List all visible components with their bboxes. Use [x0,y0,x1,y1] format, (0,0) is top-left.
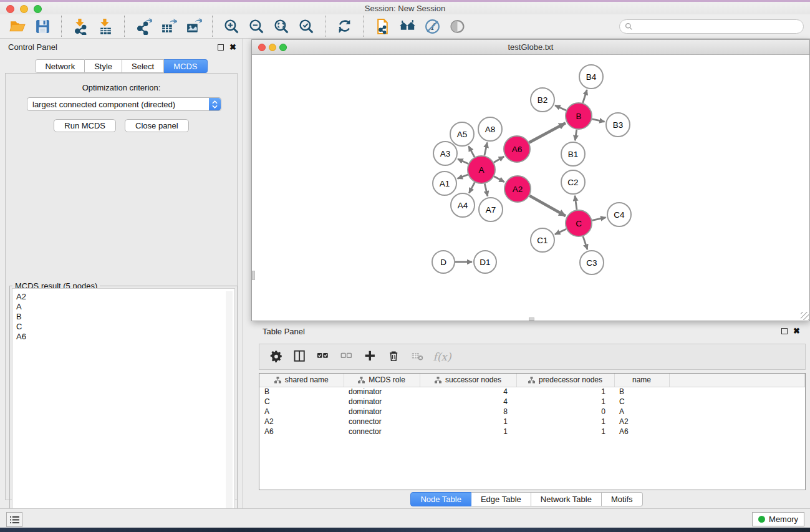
graph-edge-A-A7[interactable] [485,183,488,196]
graph-node-B2[interactable]: B2 [531,88,554,112]
table-cell[interactable]: B [614,387,669,397]
graph-edge-B-B2[interactable] [555,105,566,110]
table-cell[interactable]: 4 [420,397,516,407]
column-header-shared-name[interactable]: shared name [259,374,344,387]
column-settings-button[interactable] [266,347,287,367]
delete-table-button[interactable] [408,347,429,367]
graph-node-A3[interactable]: A3 [433,142,457,165]
table-cell[interactable]: 1 [420,417,516,427]
network-minimize-button[interactable] [269,44,276,51]
graph-node-C3[interactable]: C3 [580,251,604,274]
graph-edge-C-C2[interactable] [575,196,577,210]
create-column-button[interactable] [360,347,382,367]
select-all-checks-button[interactable] [313,347,334,367]
table-cell[interactable]: 1 [516,397,614,407]
graph-node-A8[interactable]: A8 [478,117,502,141]
table-row[interactable]: A2connector11A2 [259,417,805,427]
export-table-button[interactable] [156,16,181,37]
column-header-predecessor-nodes[interactable]: predecessor nodes [516,374,614,387]
network-window-titlebar[interactable]: testGlobe.txt [252,40,809,55]
graph-edge-C-C3[interactable] [583,236,587,249]
task-history-button[interactable] [6,512,22,527]
graph-node-A4[interactable]: A4 [451,193,475,217]
graph-node-C4[interactable]: C4 [607,203,631,226]
search-input[interactable] [636,22,798,31]
graph-node-A6[interactable]: A6 [504,136,530,162]
table-cell[interactable]: A6 [614,427,669,437]
tab-node-table[interactable]: Node Table [410,492,471,506]
table-cell[interactable]: A2 [259,417,344,427]
graph-edge-A-A8[interactable] [485,143,488,156]
table-row[interactable]: Bdominator41B [259,387,805,397]
column-header-name[interactable]: name [614,374,669,387]
graph-node-B3[interactable]: B3 [606,113,630,137]
horizontal-scroll-thumb[interactable] [529,317,534,321]
resize-grip[interactable] [801,312,809,320]
table-cell[interactable]: 1 [516,427,614,437]
table-cell[interactable]: dominator [344,407,420,417]
toggle-details-button[interactable]: f [420,16,445,37]
minimize-window-button[interactable] [20,5,28,13]
graph-edge-A-A2[interactable] [494,177,504,182]
graph-node-D1[interactable]: D1 [474,251,496,273]
graph-node-A[interactable]: A [468,156,495,183]
result-item[interactable]: B [16,312,234,322]
graph-node-C[interactable]: C [566,210,592,236]
result-item[interactable]: A6 [16,332,234,342]
graph-edge-C-C1[interactable] [555,229,566,234]
graph-edge-A-A1[interactable] [458,175,468,178]
tab-edge-table[interactable]: Edge Table [471,492,531,506]
graph-edge-B-B1[interactable] [575,130,577,140]
titlebar[interactable]: Session: New Session [0,2,810,14]
export-network-button[interactable] [131,16,156,37]
result-item[interactable]: C [16,322,234,332]
zoom-fit-button[interactable] [269,16,294,37]
network-view-window[interactable]: testGlobe.txt B4B2BB3B1A5A8A6A3AA1A4A7A2… [251,39,810,321]
table-cell[interactable]: 8 [420,407,516,417]
table-cell[interactable]: A [259,407,344,417]
table-cell[interactable]: C [614,397,669,407]
tab-style[interactable]: Style [85,59,122,73]
graph-node-A5[interactable]: A5 [450,122,474,146]
graph-node-B[interactable]: B [566,103,592,129]
table-cell[interactable]: 4 [420,387,516,397]
table-cell[interactable]: B [259,387,344,397]
table-row[interactable]: A6connector11A6 [259,427,805,437]
close-panel-button[interactable]: Close panel [125,119,189,132]
close-panel-icon[interactable]: ✖ [229,44,236,51]
import-network-button[interactable] [68,16,93,37]
table-row[interactable]: Adominator80A [259,407,805,417]
table-row[interactable]: Cdominator41C [259,397,805,407]
table-cell[interactable]: A [614,407,669,417]
table-float-panel-icon[interactable] [781,328,788,334]
zoom-out-button[interactable] [244,16,269,37]
run-mcds-button[interactable]: Run MCDS [54,119,116,132]
network-canvas[interactable]: B4B2BB3B1A5A8A6A3AA1A4A7A2C2CC4C1C3DD1 [252,56,809,321]
graph-edge-A-A3[interactable] [458,159,468,164]
tab-mcds[interactable]: MCDS [164,59,207,73]
graph-node-A1[interactable]: A1 [433,172,456,195]
zoom-selected-button[interactable] [294,16,319,37]
graph-node-D[interactable]: D [432,251,455,273]
vertical-scroll-thumb[interactable] [252,271,255,280]
criterion-dropdown[interactable]: largest connected component (directed) [27,97,221,111]
tab-select[interactable]: Select [122,59,164,73]
table-cell[interactable]: connector [344,417,420,427]
graph-edge-B-B3[interactable] [592,119,604,122]
graph-node-A7[interactable]: A7 [479,198,503,221]
table-cell[interactable]: A2 [614,417,669,427]
zoom-in-button[interactable] [219,16,244,37]
show-column-button[interactable] [289,347,311,367]
graph-node-B1[interactable]: B1 [561,142,585,166]
result-item[interactable]: A2 [16,292,234,302]
close-window-button[interactable] [6,5,14,13]
column-header-successor-nodes[interactable]: successor nodes [420,374,516,387]
graph-node-C1[interactable]: C1 [531,228,554,252]
float-panel-icon[interactable] [218,44,224,51]
zoom-window-button[interactable] [34,5,42,13]
graph-edge-A-A6[interactable] [494,157,504,162]
table-cell[interactable]: A6 [259,427,344,437]
graph-edge-A-A4[interactable] [469,182,475,193]
delete-columns-button[interactable] [384,347,405,367]
mcds-result-list[interactable]: A2ABCA6 [12,288,235,532]
